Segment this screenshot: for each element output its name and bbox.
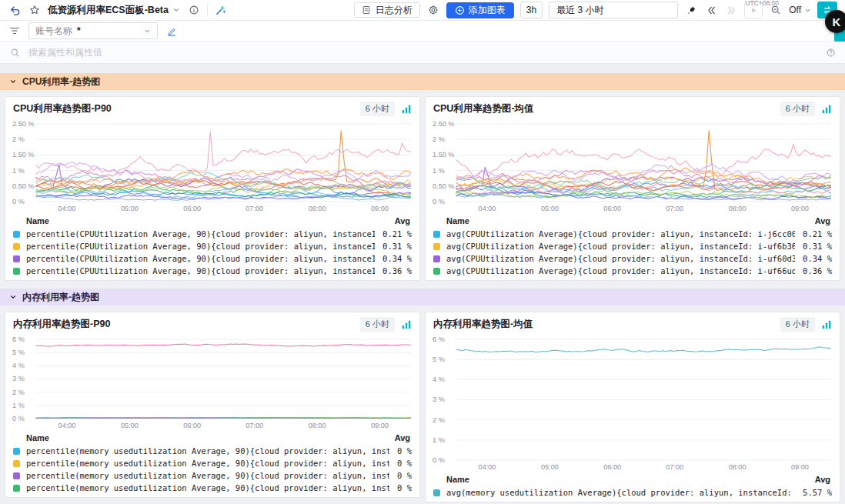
plus-circle-icon xyxy=(455,5,465,15)
step-back-icon[interactable] xyxy=(704,3,718,17)
legend-series-name: percentile(CPUUtilization_Average, 90){c… xyxy=(26,242,375,251)
dashboard-content: CPU利用率-趋势图 CPU利用率趋势图-P90 6 小时 2.50 %2 %1… xyxy=(0,64,845,504)
panel-range-badge[interactable]: 6 小时 xyxy=(360,102,395,116)
gear-icon[interactable] xyxy=(426,3,440,17)
mem-p90-line-chart[interactable]: 6 %5 %4 %3 %2 %1 %0 %04:0005:0006:0007:0… xyxy=(9,335,416,430)
edit-pencil-icon[interactable] xyxy=(165,24,179,38)
svg-text:2 %: 2 % xyxy=(12,135,25,143)
svg-text:05:00: 05:00 xyxy=(121,205,139,212)
legend-row[interactable]: percentile(CPUUtilization_Average, 90){c… xyxy=(13,240,412,252)
legend-row[interactable]: avg(CPUUtilization_Average){cloud_provid… xyxy=(433,228,832,240)
section-header-cpu[interactable]: CPU利用率-趋势图 xyxy=(0,73,845,90)
panel-range-badge[interactable]: 6 小时 xyxy=(360,317,395,332)
legend-series-name: percentile(memory_usedutilization_Averag… xyxy=(26,471,389,480)
legend-rows: percentile(CPUUtilization_Average, 90){c… xyxy=(13,228,412,277)
chevron-down-icon xyxy=(172,5,181,15)
legend-row[interactable]: percentile(CPUUtilization_Average, 90){c… xyxy=(13,265,412,277)
mem-avg-line-chart[interactable]: 6 %5 %4 %3 %2 %1 %0 %04:0005:0006:0007:0… xyxy=(429,335,836,472)
svg-text:2.50 %: 2.50 % xyxy=(433,120,454,128)
svg-text:0.50 %: 0.50 % xyxy=(433,182,454,190)
panel-title: CPU利用率趋势图-P90 xyxy=(13,102,112,115)
legend-series-name: avg(CPUUtilization_Average){cloud_provid… xyxy=(446,266,795,275)
search-input[interactable] xyxy=(27,46,818,58)
svg-text:05:00: 05:00 xyxy=(541,205,559,212)
add-chart-button[interactable]: 添加图表 xyxy=(446,2,514,18)
topbar: 低资源利用率ECS面板-Beta 日志分析 xyxy=(0,0,845,21)
panel-title: 内存利用率趋势图-P90 xyxy=(13,318,110,331)
legend-row[interactable]: avg(CPUUtilization_Average){cloud_provid… xyxy=(433,252,832,265)
step-forward-icon[interactable] xyxy=(724,3,738,17)
pin-icon[interactable] xyxy=(684,3,698,17)
legend-row[interactable]: percentile(CPUUtilization_Average, 90){c… xyxy=(13,252,412,265)
svg-text:05:00: 05:00 xyxy=(541,463,559,471)
svg-text:6 %: 6 % xyxy=(433,335,445,343)
legend-rows: avg(CPUUtilization_Average){cloud_provid… xyxy=(433,228,832,277)
chart-settings-icon[interactable] xyxy=(820,319,832,330)
ai-wand-icon[interactable] xyxy=(214,3,228,17)
svg-text:07:00: 07:00 xyxy=(666,205,683,212)
legend-series-name: avg(CPUUtilization_Average){cloud_provid… xyxy=(446,254,795,263)
account-name-select[interactable]: 账号名称 * xyxy=(28,22,158,39)
chevron-down-icon xyxy=(144,28,151,35)
svg-text:05:00: 05:00 xyxy=(121,422,139,429)
filter-lines-icon[interactable] xyxy=(8,24,22,38)
legend-row[interactable]: percentile(memory_usedutilization_Averag… xyxy=(13,445,412,457)
panel-title: 内存利用率趋势图-均值 xyxy=(433,318,533,331)
chart-settings-icon[interactable] xyxy=(820,103,832,115)
legend-row[interactable]: avg(CPUUtilization_Average){cloud_provid… xyxy=(433,265,832,277)
svg-text:07:00: 07:00 xyxy=(245,205,263,212)
help-icon[interactable] xyxy=(823,45,837,59)
auto-refresh-select[interactable]: Off xyxy=(789,5,811,15)
section-header-memory[interactable]: 内存利用率-趋势图 xyxy=(0,289,845,305)
legend-row[interactable]: avg(CPUUtilization_Average){cloud_provid… xyxy=(433,240,832,252)
page-title: 低资源利用率ECS面板-Beta xyxy=(48,4,169,17)
legend-series-name: percentile(memory_usedutilization_Averag… xyxy=(26,459,389,468)
series-swatch xyxy=(13,268,20,275)
svg-text:07:00: 07:00 xyxy=(666,463,683,471)
panel-range-badge[interactable]: 6 小时 xyxy=(780,102,815,116)
svg-text:09:00: 09:00 xyxy=(791,205,809,212)
auto-refresh-label: Off xyxy=(789,5,801,15)
series-swatch xyxy=(13,472,20,479)
chart-settings-icon[interactable] xyxy=(400,103,412,115)
svg-text:5 %: 5 % xyxy=(12,349,25,356)
legend-row[interactable]: percentile(memory_usedutilization_Averag… xyxy=(13,469,412,482)
info-icon[interactable] xyxy=(187,3,201,17)
collapse-chevron-icon xyxy=(9,78,17,85)
svg-text:0.50 %: 0.50 % xyxy=(12,182,34,190)
cpu-avg-line-chart[interactable]: 2.50 %2 %1.50 %1 %0.50 %0 %04:0005:0006:… xyxy=(429,119,836,213)
svg-text:1 %: 1 % xyxy=(12,402,25,409)
legend-avg-header: Avg xyxy=(815,216,830,225)
legend-section: Name Avg percentile(CPUUtilization_Avera… xyxy=(5,213,419,280)
extension-badge[interactable]: K xyxy=(825,10,845,33)
svg-text:4 %: 4 % xyxy=(433,375,445,383)
cpu-p90-line-chart[interactable]: 2.50 %2 %1.50 %1 %0.50 %0 %04:0005:0006:… xyxy=(9,119,416,213)
legend-name-header: Name xyxy=(26,216,49,225)
log-analysis-label: 日志分析 xyxy=(376,4,412,17)
svg-text:04:00: 04:00 xyxy=(479,463,496,471)
chart-settings-icon[interactable] xyxy=(400,319,412,330)
series-swatch xyxy=(433,255,440,262)
time-range-select[interactable]: 最近 3 小时 xyxy=(549,2,678,18)
log-analysis-button[interactable]: 日志分析 xyxy=(354,2,420,18)
svg-text:07:00: 07:00 xyxy=(245,422,263,429)
svg-text:6 %: 6 % xyxy=(12,335,25,343)
series-swatch xyxy=(13,243,20,250)
duration-shortcut[interactable]: 3h xyxy=(520,2,543,18)
legend-row[interactable]: percentile(CPUUtilization_Average, 90){c… xyxy=(13,228,412,240)
chart-panel-cpu-p90: CPU利用率趋势图-P90 6 小时 2.50 %2 %1.50 %1 %0.5… xyxy=(5,96,420,281)
back-icon[interactable] xyxy=(8,3,22,17)
star-icon[interactable] xyxy=(28,3,42,17)
chart-panel-cpu-avg: CPU利用率趋势图-均值 6 小时 2.50 %2 %1.50 %1 %0.50… xyxy=(425,96,840,281)
svg-text:08:00: 08:00 xyxy=(729,205,746,212)
legend-series-avg: 0.21 % xyxy=(382,229,412,239)
search-row xyxy=(0,42,845,64)
legend-row[interactable]: percentile(memory_usedutilization_Averag… xyxy=(13,457,412,469)
legend-row[interactable]: avg(memory_usedutilization_Average){clou… xyxy=(433,486,832,499)
panel-range-badge[interactable]: 6 小时 xyxy=(780,317,815,332)
legend-row[interactable]: percentile(memory_usedutilization_Averag… xyxy=(13,482,412,494)
legend-series-name: avg(CPUUtilization_Average){cloud_provid… xyxy=(446,229,795,239)
legend-series-avg: 0.34 % xyxy=(803,254,832,263)
svg-text:08:00: 08:00 xyxy=(309,205,326,212)
dashboard-title-dropdown[interactable]: 低资源利用率ECS面板-Beta xyxy=(48,4,181,17)
